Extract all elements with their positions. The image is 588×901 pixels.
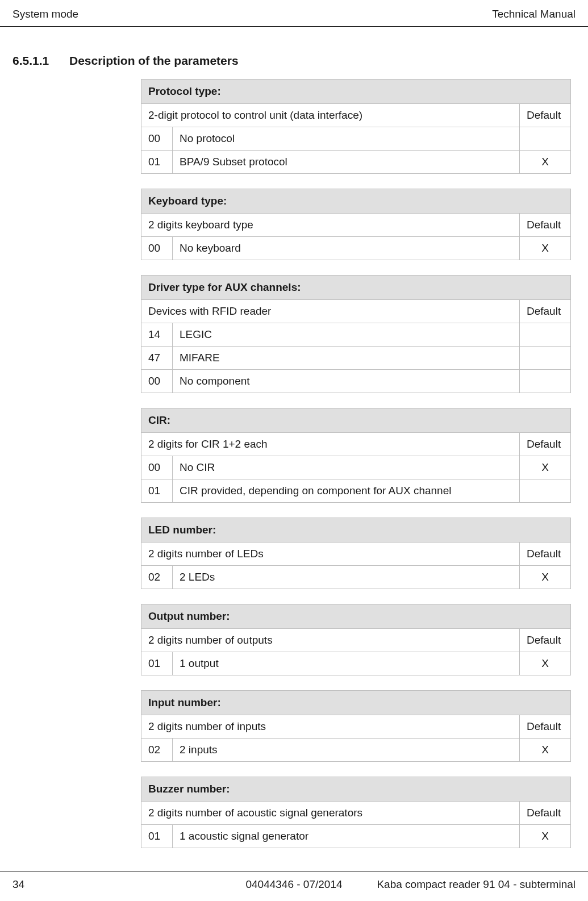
param-table-default-label: Default — [520, 543, 571, 566]
param-label: MIFARE — [173, 347, 520, 370]
param-code: 47 — [141, 347, 173, 370]
param-table-default-label: Default — [519, 104, 570, 127]
param-default — [519, 323, 570, 347]
param-table-title: Driver type for AUX channels: — [141, 276, 571, 300]
table-row: 01BPA/9 Subset protocolX — [141, 151, 571, 174]
param-table-subhead: Devices with RFID reader — [141, 300, 520, 323]
param-default: X — [519, 456, 570, 479]
param-table-subhead: 2-digit protocol to control unit (data i… — [141, 104, 520, 127]
table-row: 47MIFARE — [141, 347, 571, 370]
table-row: 011 acoustic signal generatorX — [141, 825, 571, 848]
param-table-default-label: Default — [519, 802, 570, 825]
param-table: Keyboard type:2 digits keyboard typeDefa… — [141, 189, 571, 260]
param-table-subhead: 2 digits number of LEDs — [141, 543, 520, 566]
param-default — [519, 127, 570, 151]
table-row: 022 LEDsX — [141, 566, 571, 589]
header-right: Technical Manual — [492, 8, 576, 20]
param-default: X — [519, 825, 570, 848]
section-title: Description of the parameters — [69, 54, 239, 68]
param-default: X — [520, 237, 571, 260]
param-table-title: Input number: — [141, 691, 571, 715]
param-default: X — [520, 566, 571, 589]
header-left: System mode — [12, 8, 78, 20]
param-table-default-label: Default — [519, 433, 570, 456]
page-header: System mode Technical Manual — [0, 0, 588, 27]
param-table: Driver type for AUX channels:Devices wit… — [141, 275, 571, 393]
param-table-default-label: Default — [519, 629, 570, 652]
param-table-subhead: 2 digits keyboard type — [141, 214, 520, 237]
page-content: 6.5.1.1 Description of the parameters Pr… — [0, 27, 588, 848]
page-footer: 34 04044346 - 07/2014 Kaba compact reade… — [0, 871, 588, 901]
param-label: 2 LEDs — [173, 566, 520, 589]
param-table-subhead: 2 digits for CIR 1+2 each — [141, 433, 520, 456]
param-table: Protocol type:2-digit protocol to contro… — [141, 79, 571, 174]
param-table-title: CIR: — [141, 408, 571, 433]
param-label: No keyboard — [173, 237, 520, 260]
param-table-default-label: Default — [519, 715, 570, 739]
param-label: No protocol — [173, 127, 520, 151]
table-row: 01CIR provided, depending on component f… — [141, 479, 571, 503]
table-row: 022 inputsX — [141, 739, 571, 762]
param-label: No component — [173, 370, 520, 393]
param-code: 00 — [141, 127, 173, 151]
param-table: Output number:2 digits number of outputs… — [141, 604, 571, 675]
param-default — [519, 347, 570, 370]
param-table: Buzzer number:2 digits number of acousti… — [141, 777, 571, 848]
param-table: Input number:2 digits number of inputsDe… — [141, 690, 571, 762]
footer-product: Kaba compact reader 91 04 - subterminal — [377, 878, 576, 891]
param-table-title: Output number: — [141, 604, 571, 629]
footer-docid: 04044346 - 07/2014 — [245, 878, 342, 891]
param-code: 01 — [141, 825, 173, 848]
param-code: 14 — [141, 323, 173, 347]
param-table-default-label: Default — [520, 214, 571, 237]
param-label: 1 acoustic signal generator — [173, 825, 520, 848]
param-default: X — [519, 151, 570, 174]
param-label: No CIR — [173, 456, 520, 479]
table-row: 14LEGIC — [141, 323, 571, 347]
param-code: 01 — [141, 479, 173, 503]
table-row: 00No component — [141, 370, 571, 393]
table-row: 00No protocol — [141, 127, 571, 151]
param-table: CIR:2 digits for CIR 1+2 eachDefault00No… — [141, 408, 571, 503]
param-default — [519, 479, 570, 503]
param-code: 01 — [141, 652, 173, 675]
section-heading: 6.5.1.1 Description of the parameters — [12, 54, 576, 68]
param-code: 02 — [141, 566, 173, 589]
param-code: 01 — [141, 151, 173, 174]
param-table-subhead: 2 digits number of acoustic signal gener… — [141, 802, 520, 825]
param-table-subhead: 2 digits number of outputs — [141, 629, 520, 652]
param-table-title: Protocol type: — [141, 80, 571, 104]
param-code: 00 — [141, 370, 173, 393]
tables-container: Protocol type:2-digit protocol to contro… — [141, 79, 576, 848]
param-label: CIR provided, depending on component for… — [173, 479, 520, 503]
param-table-title: Buzzer number: — [141, 777, 571, 802]
table-row: 011 outputX — [141, 652, 571, 675]
param-label: LEGIC — [173, 323, 520, 347]
param-table-default-label: Default — [519, 300, 570, 323]
param-table-title: Keyboard type: — [141, 189, 571, 214]
param-label: 1 output — [173, 652, 520, 675]
param-table-subhead: 2 digits number of inputs — [141, 715, 520, 739]
param-code: 00 — [141, 237, 173, 260]
param-table: LED number:2 digits number of LEDsDefaul… — [141, 518, 571, 589]
param-default — [519, 370, 570, 393]
param-label: 2 inputs — [173, 739, 520, 762]
param-code: 02 — [141, 739, 173, 762]
table-row: 00No CIRX — [141, 456, 571, 479]
param-default: X — [519, 739, 570, 762]
param-label: BPA/9 Subset protocol — [173, 151, 520, 174]
section-number: 6.5.1.1 — [12, 54, 57, 68]
param-default: X — [519, 652, 570, 675]
footer-page-number: 34 — [12, 878, 24, 891]
param-code: 00 — [141, 456, 173, 479]
param-table-title: LED number: — [141, 518, 571, 543]
table-row: 00No keyboardX — [141, 237, 571, 260]
